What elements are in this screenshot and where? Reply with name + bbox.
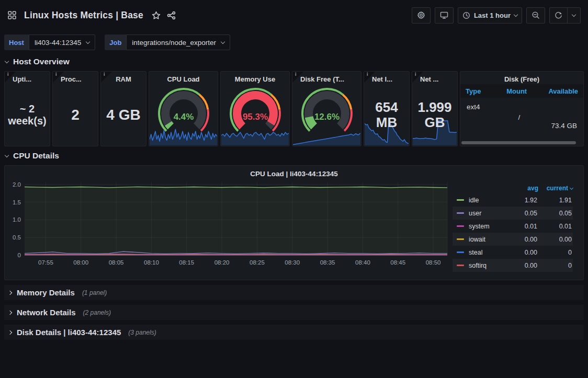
panel-net-in[interactable]: i Net I... 654 MB — [364, 71, 410, 146]
series-current-value: 0 — [537, 249, 572, 256]
column-header-available[interactable]: Available — [534, 87, 578, 95]
section-memory-details[interactable]: Memory Details (1 panel) — [4, 285, 584, 300]
panel-uptime[interactable]: i Upti... ~ 2 week(s) — [4, 71, 50, 146]
legend-row-softirq: softirq0.000 — [453, 259, 573, 272]
panel-cpu-load-timeseries[interactable]: CPU Load | li403-44:12345 00.51.01.52.00… — [4, 165, 584, 280]
panel-ram[interactable]: i RAM 4 GB — [100, 71, 146, 146]
tv-mode-button[interactable] — [435, 7, 454, 24]
series-color-swatch — [457, 238, 464, 240]
chevron-down-icon — [572, 12, 576, 16]
series-name[interactable]: softirq — [469, 262, 507, 269]
chevron-down-icon — [570, 186, 573, 189]
legend-row-iowait: iowait0.000.00 — [453, 233, 573, 246]
panel-title[interactable]: Memory Use — [221, 72, 289, 84]
host-variable: Host li403-44:12345 — [4, 35, 95, 50]
dashboard-settings-button[interactable] — [412, 7, 431, 24]
panel-memory-use-gauge[interactable]: Memory Use 95.3% — [220, 71, 290, 146]
series-name[interactable]: system — [469, 223, 507, 230]
uptime-value: ~ 2 week(s) — [7, 103, 47, 127]
svg-text:07:55: 07:55 — [38, 259, 53, 266]
panel-disk-free-table[interactable]: Disk (Free) Type Mount Available ext4 / … — [460, 71, 584, 146]
section-panel-count: (3 panels) — [128, 329, 156, 336]
svg-text:08:05: 08:05 — [109, 259, 124, 266]
panel-processes[interactable]: i Proc... 2 — [52, 71, 98, 146]
variable-filters: Host li403-44:12345 Job integrations/nod… — [0, 30, 588, 52]
svg-text:4.4%: 4.4% — [173, 112, 194, 122]
series-name[interactable]: steal — [469, 249, 507, 256]
star-icon[interactable] — [152, 11, 161, 20]
series-current-value: 0 — [537, 262, 572, 269]
panel-title[interactable]: Disk (Free) — [460, 72, 583, 84]
section-panel-count: (1 panel) — [82, 289, 107, 296]
series-name[interactable]: iowait — [469, 236, 507, 243]
series-current-value: 1.91 — [537, 197, 572, 204]
panel-title[interactable]: CPU Load — [149, 72, 218, 84]
legend-row-idle: idle1.921.91 — [453, 193, 573, 207]
column-header-mount[interactable]: Mount — [500, 87, 534, 95]
series-avg-value: 1.92 — [507, 197, 537, 204]
chevron-down-icon — [5, 59, 9, 63]
dashboard-title: Linux Hosts Metrics | Base — [24, 10, 143, 21]
zoom-out-time-button[interactable] — [526, 7, 545, 24]
legend-sort-current[interactable]: current — [538, 185, 573, 192]
panel-disk-free-gauge[interactable]: i Disk Free (T... 12.6% — [292, 71, 361, 146]
processes-value: 2 — [53, 84, 98, 146]
panel-info-corner — [412, 72, 423, 83]
table-horizontal-scrollbar[interactable] — [461, 141, 576, 144]
section-host-overview[interactable]: Host Overview — [0, 52, 588, 70]
series-color-swatch — [457, 265, 464, 266]
refresh-interval-dropdown[interactable] — [567, 8, 580, 23]
refresh-split-button — [549, 7, 581, 24]
chevron-right-icon — [8, 330, 12, 334]
magnifier-minus-icon — [532, 11, 540, 19]
info-icon: i — [55, 72, 57, 77]
job-variable-select[interactable]: integrations/node_exporter — [126, 35, 230, 50]
cpu-load-gauge: 4.4% — [153, 84, 214, 135]
refresh-button[interactable] — [550, 8, 567, 23]
refresh-icon — [555, 12, 562, 19]
series-color-swatch — [457, 225, 464, 227]
section-title: Memory Details — [17, 288, 75, 297]
chevron-down-icon — [514, 12, 518, 16]
share-icon[interactable] — [167, 11, 176, 20]
column-header-type[interactable]: Type — [466, 87, 500, 95]
top-nav: Linux Hosts Metrics | Base — [0, 0, 588, 30]
job-variable-value: integrations/node_exporter — [132, 39, 216, 47]
cell-type: ext4 — [467, 103, 480, 111]
series-current-value: 0.05 — [537, 210, 572, 217]
series-current-value: 0.00 — [537, 236, 572, 243]
time-range-picker[interactable]: Last 1 hour — [458, 7, 522, 24]
series-current-value: 0.01 — [537, 223, 572, 230]
table-row: ext4 / 73.4 GB — [460, 98, 583, 146]
panel-net-out[interactable]: i Net ... 1.999 GB — [412, 71, 458, 146]
section-title: CPU Details — [13, 151, 59, 161]
panel-info-corner — [53, 72, 64, 83]
info-icon: i — [104, 72, 105, 77]
series-name[interactable]: idle — [469, 197, 507, 204]
cell-available: 73.4 GB — [551, 122, 577, 130]
job-variable: Job integrations/node_exporter — [105, 35, 230, 50]
net-in-value: 654 MB — [366, 100, 408, 130]
legend-sort-avg[interactable]: avg — [508, 185, 538, 192]
series-color-swatch — [457, 251, 464, 253]
panel-info-corner — [292, 72, 303, 83]
disk-free-gauge: 12.6% — [297, 84, 357, 135]
legend-row-steal: steal0.000 — [453, 246, 573, 259]
chevron-down-icon — [5, 153, 9, 157]
svg-text:08:50: 08:50 — [426, 259, 441, 266]
section-cpu-details[interactable]: CPU Details — [0, 146, 588, 164]
section-disk-details[interactable]: Disk Details | li403-44:12345 (3 panels) — [4, 325, 584, 340]
legend-row-system: system0.010.01 — [453, 220, 573, 233]
section-network-details[interactable]: Network Details (2 panels) — [4, 305, 584, 320]
panel-cpu-load-gauge[interactable]: CPU Load 4.4% — [149, 71, 218, 146]
job-variable-label: Job — [105, 35, 126, 50]
host-variable-select[interactable]: li403-44:12345 — [29, 35, 95, 50]
chevron-down-icon — [86, 39, 90, 43]
panel-title[interactable]: CPU Load | li403-44:12345 — [5, 166, 583, 178]
dashboards-grid-icon[interactable] — [7, 10, 17, 20]
series-name[interactable]: user — [469, 210, 507, 217]
series-avg-value: 0.01 — [507, 223, 537, 230]
svg-text:08:30: 08:30 — [285, 259, 300, 266]
host-variable-value: li403-44:12345 — [35, 39, 81, 47]
svg-text:0.5: 0.5 — [13, 234, 21, 240]
